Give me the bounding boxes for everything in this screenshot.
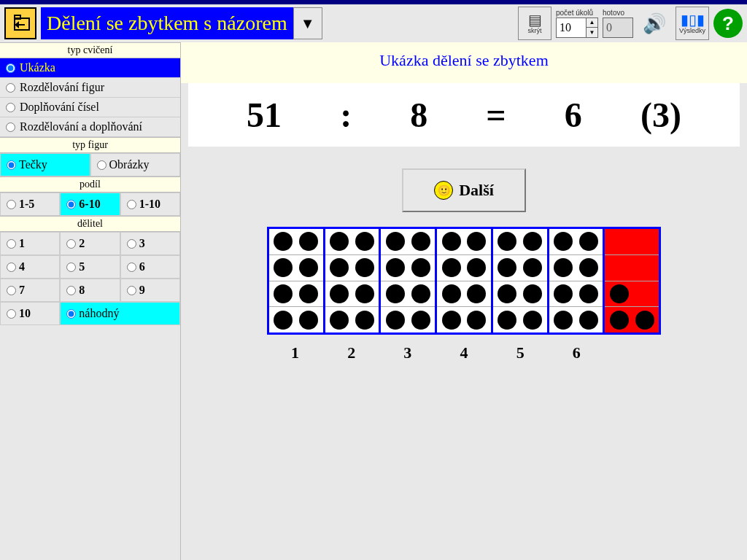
radio-icon[interactable] — [7, 286, 16, 295]
quotient-option[interactable]: 1-10 — [120, 192, 180, 216]
eq-quotient: 6 — [565, 95, 582, 135]
dot-row — [549, 307, 603, 332]
dot — [355, 232, 374, 251]
tasks-up[interactable]: ▲ — [586, 18, 597, 28]
figure-option[interactable]: Obrázky — [90, 153, 181, 176]
dot-row — [493, 255, 547, 281]
dot — [523, 311, 542, 330]
eq-dividend: 51 — [247, 95, 282, 135]
radio-icon[interactable] — [66, 286, 76, 295]
dot — [355, 258, 374, 277]
quotient-column — [493, 229, 549, 332]
dot-row — [437, 307, 491, 332]
divisor-option[interactable]: 3 — [120, 232, 180, 255]
dot — [411, 258, 430, 277]
radio-icon[interactable] — [7, 262, 16, 272]
radio-icon[interactable] — [7, 239, 16, 249]
divisor-label: 2 — [79, 237, 85, 250]
dot — [498, 311, 516, 330]
dot — [299, 232, 318, 251]
sound-button[interactable]: 🔊 — [638, 7, 671, 40]
dot — [610, 284, 629, 303]
dot-row — [381, 229, 435, 255]
divisor-option[interactable]: 1 — [0, 232, 60, 255]
dot — [467, 232, 486, 251]
dot — [299, 258, 318, 277]
chart-icon: ▮▯▮ — [681, 12, 705, 27]
divisor-option[interactable]: 2 — [60, 232, 120, 255]
dot-row — [325, 229, 379, 255]
dot-row — [605, 307, 659, 332]
radio-icon[interactable] — [7, 160, 16, 170]
help-button[interactable]: ? — [713, 9, 743, 38]
dot — [386, 311, 405, 330]
dot-row — [493, 281, 547, 308]
divisor-option[interactable]: 5 — [60, 255, 120, 279]
dot — [554, 311, 573, 330]
radio-icon[interactable] — [7, 309, 16, 319]
radio-icon[interactable] — [97, 160, 107, 170]
divisor-label: 6 — [139, 260, 145, 273]
figure-option[interactable]: Tečky — [0, 153, 90, 176]
exercise-option[interactable]: Rozdělování figur — [0, 78, 180, 98]
divisor-option[interactable]: 10 — [0, 302, 60, 325]
dot-row — [493, 307, 547, 332]
speaker-icon: 🔊 — [643, 14, 666, 33]
radio-icon[interactable] — [127, 262, 136, 272]
section-exercise-title: typ cvičení — [0, 42, 180, 58]
radio-icon[interactable] — [66, 309, 76, 319]
dot-row — [493, 229, 547, 255]
dot — [330, 284, 349, 303]
exercise-option[interactable]: Rozdělování a doplňování — [0, 117, 180, 137]
back-button[interactable] — [4, 7, 36, 39]
dot — [274, 258, 293, 277]
dot — [442, 311, 461, 330]
divisor-option[interactable]: náhodný — [60, 302, 180, 325]
tasks-value: 10 — [557, 18, 586, 37]
quotient-option[interactable]: 6-10 — [60, 192, 120, 216]
radio-icon[interactable] — [7, 200, 16, 209]
dot — [411, 284, 430, 303]
hide-button[interactable]: ▤ skrýt — [518, 7, 551, 40]
radio-icon[interactable] — [66, 262, 76, 272]
dot-row — [269, 255, 323, 281]
tasks-down[interactable]: ▼ — [586, 28, 597, 37]
divisor-option[interactable]: 7 — [0, 279, 60, 302]
next-button[interactable]: 🙂 Další — [402, 168, 526, 212]
exercise-option[interactable]: Doplňování čísel — [0, 98, 180, 117]
results-button[interactable]: ▮▯▮ Výsledky — [676, 7, 709, 40]
tasks-spinner[interactable]: počet úkolů 10 ▲ ▼ — [556, 9, 598, 38]
dot — [579, 284, 598, 303]
column-labels: 123456 — [267, 343, 661, 362]
divisor-option[interactable]: 9 — [120, 279, 180, 302]
exercise-label: Rozdělování figur — [20, 81, 104, 94]
dot-row — [605, 229, 659, 255]
radio-icon[interactable] — [6, 83, 15, 93]
dot — [467, 284, 486, 303]
quotient-column — [549, 229, 605, 332]
dot — [411, 232, 430, 251]
radio-icon[interactable] — [127, 239, 136, 249]
divisor-option[interactable]: 6 — [120, 255, 180, 279]
radio-icon[interactable] — [127, 200, 136, 209]
dot-row — [325, 307, 379, 332]
radio-icon[interactable] — [6, 122, 15, 132]
quotient-option[interactable]: 1-5 — [0, 192, 60, 216]
dot — [330, 232, 349, 251]
radio-icon[interactable] — [66, 200, 76, 209]
radio-icon[interactable] — [6, 103, 15, 112]
radio-icon[interactable] — [127, 286, 136, 295]
divisor-option[interactable]: 4 — [0, 255, 60, 279]
section-figure-title: typ figur — [0, 137, 180, 153]
column-label — [605, 343, 661, 362]
exercise-label: Rozdělování a doplňování — [20, 120, 142, 133]
divisor-option[interactable]: 8 — [60, 279, 120, 302]
dot — [386, 232, 405, 251]
dot-row — [605, 255, 659, 281]
exercise-option[interactable]: Ukázka — [0, 58, 180, 78]
radio-icon[interactable] — [6, 63, 15, 73]
title-combo[interactable]: Dělení se zbytkem s názorem ▼ — [41, 7, 322, 39]
exercise-label: Doplňování čísel — [20, 101, 99, 114]
radio-icon[interactable] — [66, 239, 76, 249]
title-dropdown-arrow[interactable]: ▼ — [293, 7, 322, 39]
